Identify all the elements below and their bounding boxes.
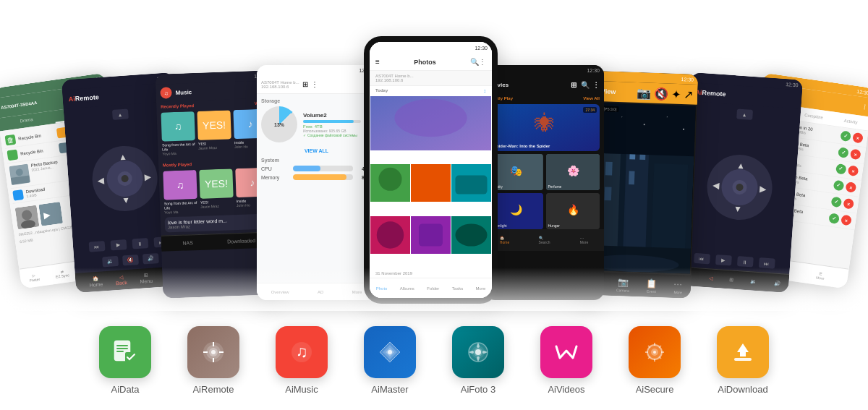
- svg-marker-88: [737, 343, 749, 356]
- p7-btn-camera[interactable]: 📷 Camera: [616, 277, 630, 293]
- p8-prev[interactable]: ⏮: [694, 253, 710, 265]
- p6-btn-search[interactable]: 🔍Search: [524, 229, 564, 251]
- p2-up[interactable]: ▲: [111, 108, 128, 120]
- p8-up[interactable]: ▲: [736, 108, 753, 120]
- p3-track-2[interactable]: YES! YES! Jason Mraz: [197, 110, 231, 155]
- p2-vol-down[interactable]: 🔉: [102, 256, 119, 268]
- p9-cancel-1[interactable]: ×: [852, 132, 864, 144]
- p5-tab-photo[interactable]: Photo: [376, 286, 388, 291]
- p6-btn-more[interactable]: ⋯More: [564, 229, 604, 251]
- p4-view-all[interactable]: VIEW ALL: [261, 148, 372, 153]
- p9-more-icon[interactable]: ⋮: [861, 103, 867, 110]
- p1-icon-dl: [12, 189, 24, 201]
- p7-mute-icon[interactable]: 🔇: [654, 86, 669, 101]
- p4-btn-more[interactable]: More: [352, 290, 362, 294]
- app-aivideos: AiVideos: [540, 326, 592, 395]
- p6-hero[interactable]: 🕷 Spider-Man: Into the Spider 27:34: [489, 104, 600, 151]
- svg-point-75: [475, 349, 481, 355]
- p8-btn-vol-up[interactable]: 🔊: [773, 280, 780, 286]
- p6-movie-4[interactable]: 🔥 Hunger: [546, 193, 600, 229]
- app-aimusic-icon[interactable]: ♫: [276, 326, 328, 378]
- p3-btn-dl[interactable]: Downloaded: [227, 238, 255, 244]
- svg-rect-7: [38, 202, 63, 226]
- p5-search-icon[interactable]: 🔍: [470, 58, 479, 66]
- app-aivideos-icon[interactable]: [540, 326, 592, 378]
- p4-device-ip: AS7004T Home b...192.168.100.6: [261, 80, 299, 89]
- app-aisecure-label: AiSecure: [636, 384, 674, 395]
- p7-share-icon[interactable]: ↗: [684, 87, 694, 101]
- app-airemote: AiRemote: [187, 326, 239, 395]
- p9-badge-2: ✓: [838, 147, 849, 158]
- p1-thumb-photo: [9, 164, 30, 185]
- p2-ok[interactable]: [105, 159, 143, 197]
- p1-icon-recycle: 🗑: [5, 134, 17, 146]
- p5-tab-more[interactable]: More: [476, 286, 486, 291]
- p2-btn-home[interactable]: 🏠Home: [89, 276, 103, 287]
- p8-dpad[interactable]: ▲ ▼ ◀ ▶: [705, 152, 774, 221]
- svg-text:🌸: 🌸: [566, 165, 579, 177]
- p2-vol-up[interactable]: 🔊: [142, 253, 158, 265]
- p6-movie-2[interactable]: 🌸 Perfume: [546, 154, 600, 190]
- p2-btn-back[interactable]: ◁Back: [115, 274, 127, 286]
- p4-more-icon[interactable]: ⋮: [311, 80, 318, 88]
- p8-ok[interactable]: [720, 168, 758, 206]
- p6-more[interactable]: ⋮: [592, 81, 600, 89]
- svg-text:🗑: 🗑: [7, 136, 14, 145]
- p3-btn-nas[interactable]: NAS: [182, 240, 193, 245]
- p5-tab-albums[interactable]: Albums: [400, 286, 414, 291]
- app-aisecure-icon[interactable]: [629, 326, 681, 378]
- p4-btn-overview[interactable]: Overview: [271, 290, 289, 294]
- p3-track-1[interactable]: ♫ Song from the Arc of Life Yoyo Ma: [161, 111, 195, 156]
- p5-tab-folder[interactable]: Folder: [427, 286, 439, 291]
- p2-pause[interactable]: ⏸: [132, 238, 148, 249]
- p2-btn-menu[interactable]: ⊞Menu: [140, 273, 153, 284]
- p1-btn-faster[interactable]: ▷Faster: [19, 265, 49, 289]
- p3-track-5[interactable]: YES! YES! Jason Mraz: [199, 168, 234, 213]
- p1-btn-ezsync[interactable]: ⇄EZ Sync: [47, 262, 77, 285]
- p9-cancel-5[interactable]: ×: [843, 198, 854, 210]
- p9-cancel-4[interactable]: ×: [845, 181, 856, 193]
- p9-cancel-2[interactable]: ×: [850, 149, 861, 161]
- app-aifoto3-icon[interactable]: [452, 326, 504, 378]
- p2-mute[interactable]: 🔇: [122, 255, 139, 266]
- p7-btn-more[interactable]: ⋯ More: [673, 278, 683, 294]
- p6-cast[interactable]: ⊞: [571, 81, 576, 89]
- app-aimaster-icon[interactable]: [364, 326, 416, 378]
- p3-track-4[interactable]: ♫ Song from the Arc of Life Yoyo Ma: [163, 170, 197, 215]
- p4-btn-ad[interactable]: AD: [318, 290, 323, 294]
- p7-star-icon[interactable]: ✦: [671, 87, 681, 101]
- app-aidata-icon[interactable]: [99, 326, 151, 378]
- phone-aifoto3: 12:30 ≡ Photos 🔍 ⋮ AS7004T Home b... 192…: [364, 36, 498, 304]
- p9-btn-more[interactable]: ☰More: [816, 270, 825, 280]
- p7-photo-icon[interactable]: 📷: [637, 85, 652, 100]
- app-aidownload-icon[interactable]: [717, 326, 769, 378]
- p5-photo-5: [411, 216, 451, 254]
- p8-btn-menu[interactable]: ⊞: [729, 277, 734, 283]
- p2-logo: AiRemote: [68, 93, 99, 103]
- p2-dpad[interactable]: ▲ ▼ ◀ ▶: [90, 144, 159, 213]
- p9-cancel-6[interactable]: ×: [841, 215, 852, 226]
- p4-cpu-bar: [293, 166, 353, 171]
- p7-btn-event[interactable]: 📋 Event: [646, 278, 658, 294]
- p4-storage-donut: 13%: [261, 106, 297, 142]
- p2-prev[interactable]: ⏮: [88, 241, 105, 252]
- app-airemote-icon[interactable]: [187, 326, 239, 378]
- p5-tab-tasks[interactable]: Tasks: [452, 286, 463, 291]
- apps-row: AiData AiRemote ♫ AiMusic: [0, 311, 868, 410]
- p8-play[interactable]: ▶: [715, 255, 732, 266]
- p8-btn-back[interactable]: ◁: [708, 276, 712, 281]
- svg-rect-20: [419, 223, 443, 246]
- p5-title: Photos: [380, 59, 470, 66]
- p6-search[interactable]: 🔍: [581, 81, 590, 89]
- p2-play[interactable]: ▶: [110, 239, 127, 251]
- p8-pause[interactable]: ⏸: [736, 256, 753, 268]
- p9-badge-3: ✓: [835, 163, 847, 175]
- p9-cancel-3[interactable]: ×: [848, 165, 859, 176]
- svg-point-71: [388, 350, 392, 354]
- p9-badge-1: ✓: [840, 130, 851, 142]
- p5-more-icon[interactable]: ⋮: [479, 58, 486, 66]
- p8-btn-vol-down[interactable]: 🔉: [750, 278, 757, 285]
- app-aimaster: AiMaster: [364, 326, 416, 395]
- p8-next[interactable]: ⏭: [758, 257, 775, 269]
- svg-text:🎭: 🎭: [510, 165, 523, 177]
